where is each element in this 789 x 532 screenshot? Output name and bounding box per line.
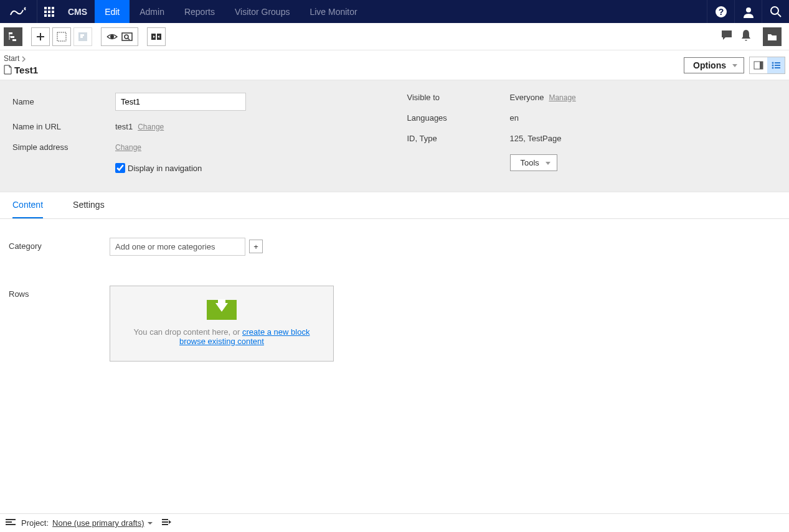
svg-point-33 (772, 62, 774, 63)
simple-addr-change-link[interactable]: Change (115, 143, 141, 152)
breadcrumb-parent[interactable]: Start (4, 54, 19, 64)
create-block-link[interactable]: create a new block (242, 327, 309, 337)
add-icon[interactable] (31, 27, 50, 46)
browse-content-link[interactable]: browse existing content (179, 337, 264, 346)
assets-pane-icon[interactable] (763, 27, 782, 46)
svg-rect-36 (775, 65, 780, 66)
breadcrumb[interactable]: Start (4, 54, 38, 64)
svg-point-12 (771, 7, 778, 14)
epi-logo[interactable] (0, 0, 37, 23)
help-icon[interactable]: ? (707, 0, 734, 23)
svg-rect-3 (44, 11, 47, 13)
project-label: Project: (21, 518, 49, 528)
drop-text: You can drop content here, or create a n… (123, 327, 321, 346)
preview-icon[interactable] (101, 27, 138, 46)
svg-rect-16 (12, 39, 16, 41)
svg-rect-21 (57, 32, 66, 41)
tab-content[interactable]: Content (12, 192, 43, 218)
svg-point-37 (772, 67, 774, 68)
project-menu-icon[interactable] (161, 518, 171, 528)
top-nav: CMS Edit Admin Reports Visitor Groups Li… (0, 0, 789, 23)
tools-button[interactable]: Tools (510, 154, 557, 171)
svg-rect-4 (48, 11, 50, 13)
url-value: test1 (115, 122, 133, 131)
visible-manage-link[interactable]: Manage (549, 93, 575, 102)
svg-point-11 (746, 7, 751, 12)
svg-rect-34 (775, 62, 780, 63)
nav-items: Edit Admin Reports Visitor Groups Live M… (95, 0, 367, 23)
display-nav-label: Display in navigation (128, 164, 202, 173)
waffle-icon[interactable] (37, 7, 60, 17)
svg-point-23 (110, 35, 114, 39)
svg-rect-44 (162, 524, 168, 525)
view-side-icon[interactable] (750, 57, 767, 73)
display-nav-checkbox[interactable] (115, 163, 125, 173)
svg-rect-32 (760, 62, 763, 69)
tree-pane-icon[interactable] (4, 27, 22, 46)
simple-addr-label: Simple address (12, 142, 115, 152)
svg-rect-39 (6, 519, 16, 520)
options-button[interactable]: Options (684, 57, 744, 73)
visible-value: Everyone (510, 93, 544, 102)
bottom-bar: Project: None (use primary drafts) (0, 513, 789, 532)
add-category-button[interactable]: + (249, 240, 263, 253)
product-label: CMS (60, 7, 95, 17)
view-list-icon[interactable] (767, 57, 785, 73)
languages-label: Languages (407, 113, 510, 123)
svg-rect-43 (162, 521, 168, 523)
url-change-link[interactable]: Change (138, 123, 164, 131)
chevron-right-icon (22, 56, 26, 62)
nav-live-monitor[interactable]: Live Monitor (300, 0, 367, 23)
tab-settings[interactable]: Settings (73, 192, 105, 218)
category-input[interactable]: Add one or more categories (110, 238, 245, 256)
select-icon[interactable] (52, 27, 71, 46)
drop-arrow-icon (207, 300, 237, 320)
rows-label: Rows (9, 286, 110, 299)
svg-line-26 (128, 38, 130, 40)
svg-rect-6 (44, 14, 47, 17)
svg-text:?: ? (718, 7, 724, 17)
svg-point-35 (772, 64, 774, 66)
nav-visitor-groups[interactable]: Visitor Groups (225, 0, 300, 23)
idtype-label: ID, Type (407, 134, 510, 143)
svg-rect-42 (162, 519, 168, 520)
user-icon[interactable] (734, 0, 762, 23)
bell-icon[interactable] (740, 29, 752, 44)
svg-rect-15 (11, 36, 14, 38)
rows-drop-zone[interactable]: You can drop content here, or create a n… (110, 286, 334, 362)
view-toggle (749, 57, 785, 74)
svg-rect-40 (6, 521, 12, 523)
url-label: Name in URL (12, 122, 115, 131)
topnav-right: ? (707, 0, 789, 23)
compare-icon[interactable] (147, 27, 166, 46)
nav-admin[interactable]: Admin (130, 0, 174, 23)
svg-rect-2 (52, 7, 54, 9)
nav-edit[interactable]: Edit (95, 0, 130, 23)
create-block-icon (73, 27, 92, 46)
project-selector[interactable]: None (use primary drafts) (52, 518, 153, 528)
name-input[interactable] (115, 93, 246, 111)
chat-icon[interactable] (720, 29, 733, 44)
toolbar-right (720, 27, 787, 46)
svg-rect-24 (122, 33, 132, 40)
search-icon[interactable] (762, 0, 789, 23)
languages-value: en (510, 113, 519, 123)
svg-rect-20 (37, 36, 44, 37)
nav-reports[interactable]: Reports (174, 0, 225, 23)
svg-rect-0 (44, 7, 47, 9)
svg-rect-5 (52, 11, 54, 13)
tabs: Content Settings (0, 192, 789, 219)
toolbar (0, 23, 789, 50)
svg-rect-14 (9, 32, 12, 34)
properties-panel: Name Name in URL test1 Change Simple add… (0, 80, 789, 192)
svg-marker-45 (169, 520, 171, 524)
page-icon (4, 65, 12, 75)
page-title: Test1 (4, 64, 38, 77)
idtype-value: 125, TestPage (510, 134, 562, 143)
svg-rect-38 (775, 67, 780, 68)
svg-rect-1 (48, 7, 50, 9)
project-icon[interactable] (5, 518, 16, 528)
breadcrumb-bar: Start Test1 Options (0, 50, 789, 80)
svg-rect-7 (48, 14, 50, 17)
visible-label: Visible to (407, 93, 510, 102)
